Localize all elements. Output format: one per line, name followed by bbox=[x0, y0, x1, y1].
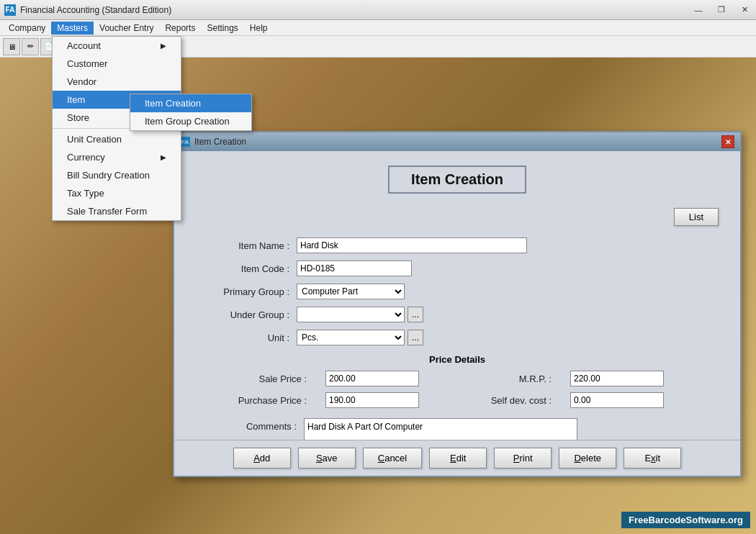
menu-voucher[interactable]: Voucher Entry bbox=[94, 22, 159, 35]
primary-group-select[interactable]: Computer Part Software Peripheral bbox=[297, 284, 405, 299]
mrp-input[interactable] bbox=[570, 371, 664, 386]
dialog-button-bar: Add Save Cancel Edit Print Delete Exit bbox=[174, 440, 740, 476]
dropdown-vendor[interactable]: Vendor bbox=[53, 73, 181, 91]
unit-label: Unit : bbox=[196, 332, 297, 343]
maximize-button[interactable]: ❐ bbox=[710, 0, 733, 19]
dialog-icon: FA bbox=[180, 137, 190, 147]
list-button-row: List bbox=[196, 208, 719, 226]
item-code-cell bbox=[297, 261, 719, 276]
list-button[interactable]: List bbox=[674, 208, 719, 226]
sale-price-label: Sale Price : bbox=[210, 374, 311, 384]
submenu-item-creation[interactable]: Item Creation bbox=[130, 94, 251, 112]
under-group-browse-button[interactable]: ... bbox=[408, 307, 423, 322]
item-creation-dialog: FA Item Creation ✕ Item Creation List It… bbox=[173, 131, 742, 477]
dropdown-bill[interactable]: Bill Sundry Creation bbox=[53, 166, 181, 184]
purchase-price-input[interactable] bbox=[325, 392, 419, 408]
item-code-input[interactable] bbox=[297, 261, 412, 276]
unit-cell: Pcs. Nos. Kg ... bbox=[297, 330, 719, 345]
item-name-input[interactable] bbox=[297, 237, 527, 253]
dialog-close-button[interactable]: ✕ bbox=[721, 135, 734, 148]
toolbar-btn-2[interactable]: ✏ bbox=[22, 38, 39, 55]
sale-price-input[interactable] bbox=[325, 371, 419, 386]
app-title: Financial Accounting (Standard Edition) bbox=[20, 5, 687, 15]
menu-company[interactable]: Company bbox=[3, 22, 51, 35]
menu-masters[interactable]: Masters bbox=[51, 22, 94, 35]
form-fields: Item Name : Item Code : Primary Group : … bbox=[196, 237, 719, 345]
dropdown-unit[interactable]: Unit Creation bbox=[53, 130, 181, 148]
dropdown-currency[interactable]: Currency ▶ bbox=[53, 148, 181, 166]
cancel-button[interactable]: Cancel bbox=[363, 448, 422, 469]
dialog-title: FA Item Creation bbox=[180, 137, 246, 147]
dialog-heading-row: Item Creation bbox=[196, 166, 719, 194]
item-submenu: Item Creation Item Group Creation bbox=[130, 94, 252, 131]
close-button[interactable]: ✕ bbox=[733, 0, 756, 19]
add-button[interactable]: Add bbox=[233, 448, 291, 469]
delete-button[interactable]: Delete bbox=[559, 448, 616, 469]
item-name-label: Item Name : bbox=[196, 240, 297, 251]
menu-bar: Company Masters Voucher Entry Reports Se… bbox=[0, 20, 756, 36]
exit-button[interactable]: Exit bbox=[624, 448, 681, 469]
primary-group-cell: Computer Part Software Peripheral bbox=[297, 284, 719, 299]
currency-arrow: ▶ bbox=[161, 153, 166, 161]
watermark: FreeBarcodeSoftware.org bbox=[621, 512, 750, 528]
dropdown-customer[interactable]: Customer bbox=[53, 55, 181, 73]
price-details-heading: Price Details bbox=[196, 354, 719, 365]
self-dev-cost-input[interactable] bbox=[570, 392, 664, 408]
title-bar: FA Financial Accounting (Standard Editio… bbox=[0, 0, 756, 20]
print-button[interactable]: Print bbox=[494, 448, 552, 469]
minimize-button[interactable]: — bbox=[687, 0, 710, 19]
under-group-label: Under Group : bbox=[196, 309, 297, 320]
app-icon: FA bbox=[4, 4, 16, 16]
save-button[interactable]: Save bbox=[298, 448, 356, 469]
item-code-label: Item Code : bbox=[196, 263, 297, 274]
submenu-item-group[interactable]: Item Group Creation bbox=[130, 112, 251, 130]
under-group-cell: ... bbox=[297, 307, 719, 322]
dialog-body: Item Creation List Item Name : Item Code… bbox=[174, 151, 740, 476]
menu-reports[interactable]: Reports bbox=[159, 22, 201, 35]
under-group-select[interactable] bbox=[297, 307, 405, 322]
item-name-cell bbox=[297, 237, 719, 253]
toolbar-btn-1[interactable]: 🖥 bbox=[3, 38, 20, 55]
self-dev-cost-label: Self dev. cost : bbox=[455, 395, 556, 406]
dropdown-tax[interactable]: Tax Type bbox=[53, 184, 181, 202]
edit-button[interactable]: Edit bbox=[429, 448, 487, 469]
dropdown-account[interactable]: Account ▶ bbox=[53, 37, 181, 55]
window-controls: — ❐ ✕ bbox=[687, 0, 756, 19]
menu-settings[interactable]: Settings bbox=[201, 22, 243, 35]
dropdown-sale[interactable]: Sale Transfer Form bbox=[53, 202, 181, 220]
account-arrow: ▶ bbox=[161, 42, 166, 50]
unit-select[interactable]: Pcs. Nos. Kg bbox=[297, 330, 405, 345]
unit-browse-button[interactable]: ... bbox=[408, 330, 423, 345]
dialog-heading: Item Creation bbox=[388, 166, 526, 194]
comments-label: Comments : bbox=[210, 418, 297, 432]
menu-help[interactable]: Help bbox=[244, 22, 274, 35]
dialog-title-bar: FA Item Creation ✕ bbox=[174, 132, 740, 151]
primary-group-label: Primary Group : bbox=[196, 286, 297, 297]
purchase-price-label: Purchase Price : bbox=[210, 395, 311, 406]
mrp-label: M.R.P. : bbox=[455, 374, 556, 384]
price-grid: Sale Price : M.R.P. : Purchase Price : S… bbox=[210, 371, 719, 408]
price-section: Price Details Sale Price : M.R.P. : Purc… bbox=[196, 354, 719, 408]
